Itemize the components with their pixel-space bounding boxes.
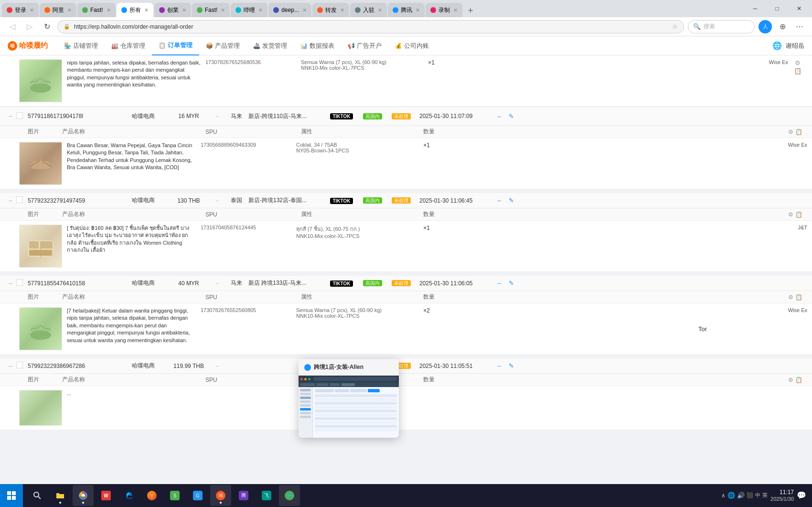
col-action-3[interactable]: ⚙ <box>788 294 793 301</box>
edit-btn-2[interactable]: – <box>492 197 506 204</box>
nav-chart[interactable]: 📊 数据报表 <box>294 36 341 55</box>
product-attrs-3-1: Semua Warna (7 pcs), XL (60-90 kg) NNK10… <box>296 307 401 319</box>
app10-taskbar[interactable]: 腾 <box>233 485 254 506</box>
svg-point-1 <box>39 158 42 160</box>
app8-taskbar[interactable]: G <box>187 485 208 506</box>
checkbox-3[interactable] <box>16 279 24 287</box>
translate-icon[interactable]: 🌐 <box>772 41 782 50</box>
tab-deep[interactable]: deep... ✕ <box>268 3 311 17</box>
tab-ali[interactable]: 阿里 ✕ <box>40 3 76 17</box>
extension-icon[interactable]: ⊕ <box>776 20 789 33</box>
tab-close[interactable]: ✕ <box>107 7 111 13</box>
order-summary-row-3: – 577911855476410158 哈喋电商 40 MYR - 马来 新店… <box>0 272 812 291</box>
tab-zhuanfa[interactable]: 转发 ✕ <box>312 3 349 17</box>
edit-btn-3[interactable]: – <box>492 280 506 287</box>
tab-close[interactable]: ✕ <box>416 7 420 13</box>
chrome-taskbar[interactable] <box>73 485 94 506</box>
taskbar-clock[interactable]: 11:17 2025/1/30 <box>770 489 794 502</box>
nav-product[interactable]: 📦 产品管理 <box>199 36 246 55</box>
battery-icon[interactable]: ⬛ <box>747 492 753 498</box>
profile-icon[interactable]: 人 <box>759 20 772 33</box>
notification-icon[interactable]: 💬 <box>797 491 806 500</box>
col-copy-2[interactable]: 📋 <box>795 211 802 218</box>
app11-taskbar[interactable]: 飞 <box>256 485 277 506</box>
edit-detail-icon[interactable]: ⚙ <box>795 59 801 66</box>
col-copy-3[interactable]: 📋 <box>795 294 802 301</box>
forward-button[interactable]: ▷ <box>23 20 36 33</box>
app9-taskbar[interactable]: 喝 <box>210 485 231 506</box>
back-button[interactable]: ◁ <box>6 20 19 33</box>
edge-taskbar[interactable] <box>118 485 139 506</box>
tab-chuanye[interactable]: 创業 ✕ <box>154 3 191 17</box>
tab-fast2[interactable]: Fast! ✕ <box>192 3 230 17</box>
tab-close[interactable]: ✕ <box>144 7 149 13</box>
tab-close[interactable]: ✕ <box>258 7 263 13</box>
nav-account[interactable]: 💰 公司内账 <box>388 36 436 55</box>
tab-bili[interactable]: 哔哩 ✕ <box>231 3 267 17</box>
tab-all[interactable]: 所有 ✕ <box>117 3 153 17</box>
expand-icon-3[interactable]: – <box>5 280 16 287</box>
ime-state[interactable]: 英 <box>762 492 768 499</box>
network-icon[interactable]: 🌐 <box>727 492 735 499</box>
checkbox-4[interactable] <box>16 362 24 370</box>
tab-tencent[interactable]: 腾讯 ✕ <box>388 3 425 17</box>
file-explorer-taskbar[interactable] <box>50 485 71 506</box>
tab-close[interactable]: ✕ <box>67 7 72 13</box>
tab-close[interactable]: ✕ <box>221 7 225 13</box>
nav-ad[interactable]: 📢 广告开户 <box>341 36 388 55</box>
tab-close[interactable]: ✕ <box>182 7 186 13</box>
new-tab-button[interactable]: ＋ <box>462 3 479 17</box>
col-copy-1[interactable]: 📋 <box>795 129 802 135</box>
tab-close[interactable]: ✕ <box>30 7 34 13</box>
checkbox-2[interactable] <box>16 196 24 205</box>
url-bar[interactable]: 🔒 https://erp.hallovin.com/order-manage/… <box>57 20 684 33</box>
win-maximize[interactable]: □ <box>766 0 788 17</box>
app7-taskbar[interactable]: S <box>164 485 185 506</box>
copy-icon[interactable]: 📋 <box>794 67 801 75</box>
search-taskbar[interactable] <box>27 485 48 506</box>
edit-btn-4[interactable]: – <box>492 362 506 369</box>
tab-login[interactable]: 登录 ✕ <box>2 3 39 17</box>
star-icon[interactable]: ☆ <box>672 23 678 30</box>
expand-icon-2[interactable]: – <box>5 197 16 204</box>
nav-store[interactable]: 🏪 店铺管理 <box>57 36 105 55</box>
col-copy-4[interactable]: 📋 <box>795 377 802 383</box>
app6-taskbar[interactable]: V <box>141 485 162 506</box>
tab-close[interactable]: ✕ <box>302 7 307 13</box>
win-minimize[interactable]: ─ <box>744 0 766 17</box>
nav-ship[interactable]: 🚢 发货管理 <box>246 36 294 55</box>
col-action-4[interactable]: ⚙ <box>788 377 793 383</box>
col-action-1[interactable]: ⚙ <box>788 129 793 135</box>
ime-icon[interactable]: 中 <box>755 492 760 499</box>
expand-icon-1[interactable]: – <box>5 113 16 119</box>
start-button[interactable] <box>0 484 23 507</box>
nav-warehouse[interactable]: 🏭 仓库管理 <box>105 36 152 55</box>
product-thumbnail-1-1 <box>19 142 62 185</box>
checkbox-1[interactable] <box>16 112 24 120</box>
col-action-2[interactable]: ⚙ <box>788 211 793 218</box>
tab-close[interactable]: ✕ <box>378 7 382 13</box>
popup-preview[interactable] <box>299 376 399 438</box>
browser-search-bar[interactable]: 🔍 搜索 <box>688 20 755 33</box>
nav-order[interactable]: 📋 订单管理 <box>152 36 199 55</box>
edit-btn-1[interactable]: – <box>492 113 506 120</box>
tab-close[interactable]: ✕ <box>340 7 344 13</box>
tray-up-icon[interactable]: ∧ <box>721 492 726 499</box>
wps-taskbar[interactable]: W <box>96 485 117 506</box>
tab-ruzhu[interactable]: 入驻 ✕ <box>350 3 387 17</box>
edit-icon-2[interactable]: ✎ <box>506 197 516 204</box>
tab-close[interactable]: ✕ <box>453 7 458 13</box>
tab-luzhi[interactable]: 录制 ✕ <box>426 3 462 17</box>
win-close[interactable]: ✕ <box>788 0 810 17</box>
app12-taskbar[interactable]: 🐦 <box>279 485 300 506</box>
tor-label: Tor <box>698 325 707 333</box>
refresh-button[interactable]: ↻ <box>40 20 53 33</box>
more-options[interactable]: ⋯ <box>793 20 806 33</box>
expand-icon-4[interactable]: – <box>5 363 16 369</box>
volume-icon[interactable]: 🔊 <box>737 492 745 499</box>
edit-icon-3[interactable]: ✎ <box>506 280 516 287</box>
tab-fast1[interactable]: Fast! ✕ <box>77 3 116 17</box>
product-spu-1-1: 1730566889609463309 <box>201 142 296 148</box>
edit-icon-1[interactable]: ✎ <box>506 113 516 120</box>
edit-icon-4[interactable]: ✎ <box>506 362 516 369</box>
